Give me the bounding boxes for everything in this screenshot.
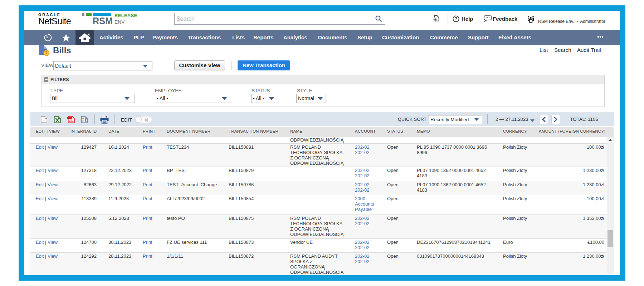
- svg-text:?: ?: [455, 16, 457, 21]
- svg-text:1: 1: [45, 50, 48, 55]
